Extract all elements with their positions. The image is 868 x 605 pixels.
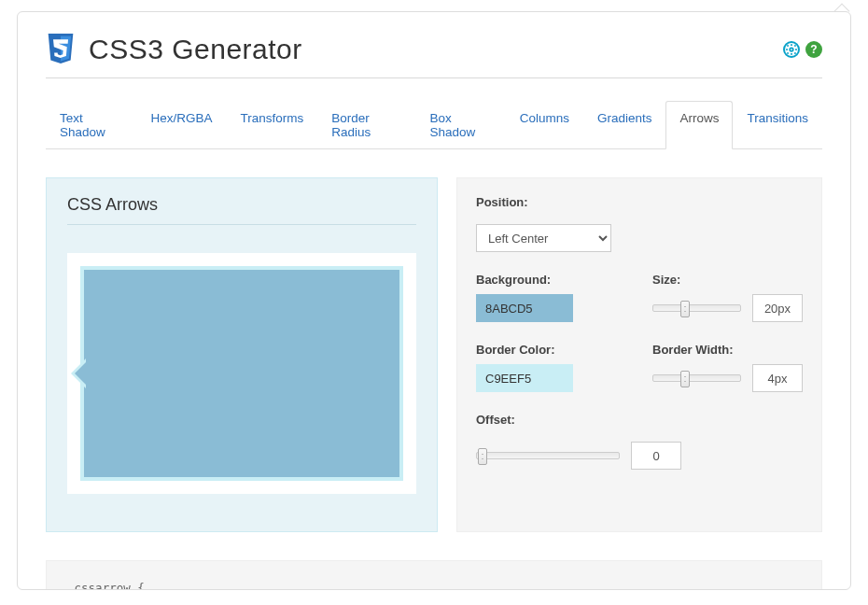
tab-transforms[interactable]: Transforms	[226, 101, 317, 149]
tab-arrows[interactable]: Arrows	[665, 101, 733, 149]
arrow-tip-fill	[75, 362, 86, 385]
help-icon[interactable]: ?	[805, 41, 822, 58]
border-color-swatch[interactable]: C9EEF5	[476, 364, 573, 392]
tab-box-shadow[interactable]: Box Shadow	[416, 101, 506, 149]
tab-columns[interactable]: Columns	[506, 101, 583, 149]
size-label: Size:	[652, 273, 803, 287]
background-label: Background:	[476, 273, 626, 287]
tabs: Text Shadow Hex/RGBA Transforms Border R…	[46, 101, 822, 149]
border-width-slider-thumb[interactable]	[680, 371, 690, 387]
preview-title: CSS Arrows	[67, 195, 416, 225]
panel: CSS3 Generator ? Text Shadow Hex/RGBA Tr…	[17, 11, 851, 590]
tab-text-shadow[interactable]: Text Shadow	[46, 101, 136, 149]
preview-pane: CSS Arrows	[46, 177, 438, 532]
offset-label: Offset:	[476, 413, 803, 427]
controls-panel: Position: Left Center Background: 8ABCD5…	[456, 177, 822, 532]
border-color-label: Border Color:	[476, 343, 626, 357]
border-width-value[interactable]: 4px	[752, 364, 803, 392]
size-value[interactable]: 20px	[752, 294, 803, 322]
preview-stage	[67, 253, 416, 494]
code-output: .cssarrow { position: relative;	[46, 560, 822, 590]
gear-icon[interactable]	[783, 41, 800, 58]
size-slider[interactable]	[652, 304, 741, 312]
border-width-label: Border Width:	[652, 343, 803, 357]
header: CSS3 Generator ?	[46, 33, 822, 78]
tab-transitions[interactable]: Transitions	[733, 101, 822, 149]
offset-value[interactable]: 0	[631, 442, 681, 470]
tab-border-radius[interactable]: Border Radius	[317, 101, 415, 149]
position-label: Position:	[476, 195, 803, 209]
background-swatch[interactable]: 8ABCD5	[476, 294, 573, 322]
position-select[interactable]: Left Center	[476, 224, 611, 252]
offset-slider-thumb[interactable]	[478, 448, 487, 465]
tab-gradients[interactable]: Gradients	[583, 101, 666, 149]
page-title: CSS3 Generator	[89, 34, 783, 65]
border-width-slider[interactable]	[652, 374, 741, 382]
svg-point-0	[790, 48, 793, 51]
code-line: .cssarrow {	[67, 578, 801, 590]
arrow-preview-box	[80, 266, 403, 481]
offset-slider[interactable]	[476, 452, 620, 459]
tab-hex-rgba[interactable]: Hex/RGBA	[136, 101, 226, 149]
size-slider-thumb[interactable]	[680, 301, 690, 317]
css3-logo-icon	[46, 33, 76, 66]
